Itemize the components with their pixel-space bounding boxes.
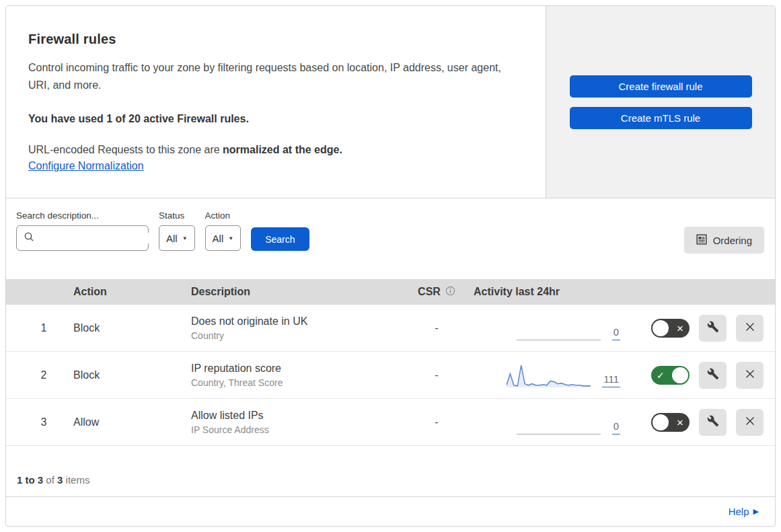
rule-action: Block xyxy=(73,369,191,381)
items-range: 1 to 3 xyxy=(17,474,43,486)
search-group: Search description... xyxy=(16,211,149,251)
edit-rule-button[interactable] xyxy=(699,362,727,389)
rule-description-cell: Allow listed IPs IP Source Address xyxy=(191,410,400,435)
rule-enabled-toggle[interactable]: ✓ × xyxy=(651,319,690,338)
rule-csr: - xyxy=(400,369,474,381)
configure-normalization-link[interactable]: Configure Normalization xyxy=(28,160,144,172)
close-icon xyxy=(745,321,755,334)
arrow-right-icon: ▶ xyxy=(753,507,759,516)
status-select-value: All xyxy=(166,233,178,244)
rule-fields: IP Source Address xyxy=(191,424,400,435)
rule-priority: 2 xyxy=(6,369,73,381)
toggle-knob xyxy=(653,320,669,336)
table-header: Action Description CSR Activity last 24h… xyxy=(6,279,775,305)
rule-priority: 1 xyxy=(6,322,73,334)
delete-rule-button[interactable] xyxy=(736,315,764,342)
rule-priority: 3 xyxy=(6,416,73,428)
page-description: Control incoming traffic to your zone by… xyxy=(28,59,503,94)
normalization-note: URL-encoded Requests to this zone are no… xyxy=(28,144,519,156)
close-icon xyxy=(745,416,755,428)
ordering-button[interactable]: Ordering xyxy=(684,227,764,254)
csr-header-label: CSR xyxy=(418,286,441,298)
edit-rule-button[interactable] xyxy=(699,315,727,342)
activity-column-header: Activity last 24hr xyxy=(474,286,628,298)
action-column-header: Action xyxy=(73,286,191,298)
rule-controls: ✓ × xyxy=(628,362,775,389)
info-icon[interactable] xyxy=(445,286,455,299)
firewall-rules-card: Firewall rules Control incoming traffic … xyxy=(5,5,776,527)
status-label: Status xyxy=(159,211,195,221)
edit-rule-button[interactable] xyxy=(699,409,727,436)
normalization-bold: normalized at the edge. xyxy=(223,144,342,155)
rule-enabled-toggle[interactable]: ✓ × xyxy=(651,413,690,432)
table-footer: 1 to 3 of 3 items xyxy=(6,446,775,496)
activity-sparkline-flat xyxy=(517,411,601,434)
rule-enabled-toggle[interactable]: ✓ × xyxy=(651,366,690,385)
chevron-down-icon: ▼ xyxy=(228,235,233,241)
action-filter-group: Action All ▼ xyxy=(205,211,241,251)
search-label: Search description... xyxy=(16,211,149,221)
help-bar: Help ▶ xyxy=(6,496,775,526)
search-button[interactable]: Search xyxy=(251,227,309,251)
action-select[interactable]: All ▼ xyxy=(205,225,241,251)
rule-action: Allow xyxy=(73,416,191,428)
usage-summary: You have used 1 of 20 active Firewall ru… xyxy=(28,113,519,125)
x-mark-icon: × xyxy=(677,416,683,428)
rule-description: Allow listed IPs xyxy=(191,410,400,422)
items-total: 3 xyxy=(57,474,63,486)
intro-panel: Firewall rules Control incoming traffic … xyxy=(6,6,546,198)
rule-description: IP reputation score xyxy=(191,363,400,375)
top-section: Firewall rules Control incoming traffic … xyxy=(6,6,775,198)
table-row: 3 Allow Allow listed IPs IP Source Addre… xyxy=(6,399,775,446)
activity-count-link[interactable]: 0 xyxy=(612,420,620,434)
toggle-knob xyxy=(672,367,688,383)
action-select-value: All xyxy=(213,233,224,244)
status-filter-group: Status All ▼ xyxy=(159,211,195,251)
ordering-label: Ordering xyxy=(713,235,752,246)
rule-description-cell: IP reputation score Country, Threat Scor… xyxy=(191,363,400,388)
rule-activity-cell: 0 xyxy=(474,305,628,351)
close-icon xyxy=(745,369,755,381)
wrench-icon xyxy=(707,415,719,429)
rule-activity-cell: 0 xyxy=(474,399,628,445)
status-select[interactable]: All ▼ xyxy=(159,225,195,251)
rule-description-cell: Does not originate in UK Country xyxy=(191,315,400,341)
table-row: 1 Block Does not originate in UK Country… xyxy=(6,305,775,352)
search-input[interactable] xyxy=(40,233,161,243)
search-icon xyxy=(24,231,34,245)
activity-sparkline-flat xyxy=(517,317,601,340)
x-mark-icon: × xyxy=(677,322,683,334)
help-link[interactable]: Help ▶ xyxy=(729,506,759,517)
toggle-knob xyxy=(653,414,669,430)
rule-action: Block xyxy=(73,322,191,334)
of-label: of xyxy=(46,474,54,486)
activity-count-link[interactable]: 0 xyxy=(612,326,620,340)
wrench-icon xyxy=(707,368,719,382)
create-mtls-rule-button[interactable]: Create mTLS rule xyxy=(570,107,752,129)
wrench-icon xyxy=(707,321,719,335)
activity-sparkline xyxy=(507,363,591,387)
rule-activity-cell: 111 xyxy=(474,352,628,398)
delete-rule-button[interactable] xyxy=(736,362,764,389)
table-row: 2 Block IP reputation score Country, Thr… xyxy=(6,352,775,399)
search-box[interactable] xyxy=(16,225,149,251)
page-title: Firewall rules xyxy=(28,32,519,47)
rule-csr: - xyxy=(400,322,474,334)
chevron-down-icon: ▼ xyxy=(182,235,188,241)
create-firewall-rule-button[interactable]: Create firewall rule xyxy=(570,75,752,98)
rule-controls: ✓ × xyxy=(628,315,775,342)
check-icon: ✓ xyxy=(657,371,665,380)
delete-rule-button[interactable] xyxy=(736,409,764,436)
action-label: Action xyxy=(205,211,241,221)
rule-fields: Country, Threat Score xyxy=(191,377,400,388)
rule-csr: - xyxy=(400,416,474,428)
help-label: Help xyxy=(729,506,749,517)
rule-description: Does not originate in UK xyxy=(191,315,400,328)
ordering-list-icon xyxy=(696,234,707,247)
activity-count-link[interactable]: 111 xyxy=(602,373,620,387)
items-label: items xyxy=(66,474,90,486)
csr-column-header: CSR xyxy=(400,286,474,299)
rule-controls: ✓ × xyxy=(628,409,775,436)
filter-bar: Search description... Status All ▼ Actio… xyxy=(6,198,775,279)
actions-panel: Create firewall rule Create mTLS rule xyxy=(546,6,775,198)
